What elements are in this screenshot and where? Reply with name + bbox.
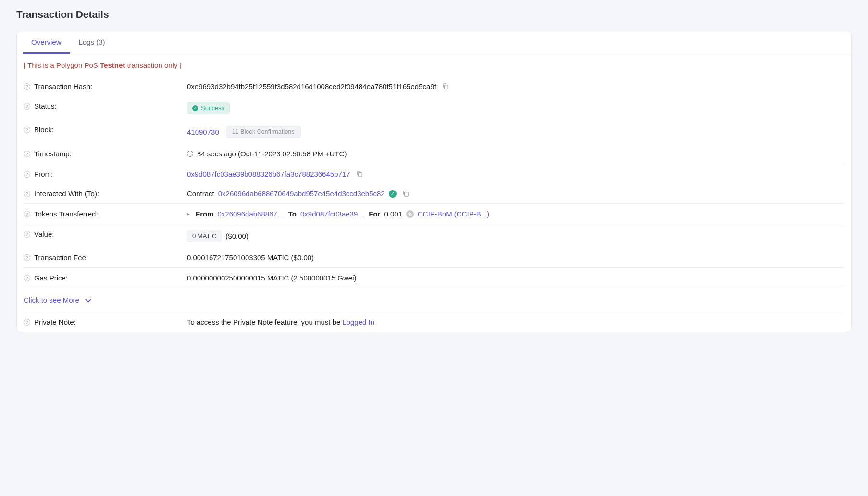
testnet-notice: [ This is a Polygon PoS Testnet transact… — [17, 54, 851, 76]
block-link[interactable]: 41090730 — [187, 128, 219, 136]
svg-rect-2 — [404, 192, 408, 196]
token-icon — [406, 210, 414, 218]
help-icon[interactable]: ? — [24, 83, 30, 90]
row-to: ? Interacted With (To): Contract 0x26096… — [17, 184, 851, 203]
svg-rect-0 — [445, 85, 448, 89]
label-tokens: Tokens Transferred: — [34, 210, 98, 218]
transfer-for-label: For — [369, 210, 380, 218]
private-note-text: To access the Private Note feature, you … — [187, 318, 340, 326]
to-address-link[interactable]: 0x26096dab688670649abd957e45e4d3ccd3eb5c… — [218, 190, 385, 198]
label-to: Interacted With (To): — [34, 190, 99, 198]
row-tokens: ? Tokens Transferred: ▸ From 0x26096dab6… — [17, 204, 851, 224]
page-title: Transaction Details — [16, 9, 852, 20]
help-icon[interactable]: ? — [24, 275, 30, 281]
fee-text: 0.000167217501003305 MATIC ($0.00) — [187, 254, 314, 262]
status-text: Success — [201, 104, 224, 112]
help-icon[interactable]: ? — [24, 211, 30, 217]
copy-icon[interactable] — [442, 83, 449, 90]
transfer-to-link[interactable]: 0x9d087fc03ae39… — [300, 210, 365, 218]
label-status: Status: — [34, 102, 57, 110]
status-badge: ✓ Success — [187, 102, 230, 114]
transfer-from-label: From — [196, 210, 214, 218]
label-block: Block: — [34, 126, 54, 134]
row-from: ? From: 0x9d087fc03ae39b088326b67fa3c788… — [17, 164, 851, 184]
timestamp-text: 34 secs ago (Oct-11-2023 02:50:58 PM +UT… — [197, 150, 347, 158]
row-fee: ? Transaction Fee: 0.000167217501003305 … — [17, 248, 851, 267]
see-more-button[interactable]: Click to see More — [17, 288, 851, 312]
row-private-note: ? Private Note: To access the Private No… — [17, 312, 851, 332]
label-hash: Transaction Hash: — [34, 82, 92, 90]
copy-icon[interactable] — [402, 190, 409, 197]
from-address-link[interactable]: 0x9d087fc03ae39b088326b67fa3c788236645b7… — [187, 170, 350, 178]
label-from: From: — [34, 170, 53, 178]
chevron-down-icon — [85, 296, 91, 303]
tab-overview[interactable]: Overview — [23, 31, 70, 54]
notice-prefix: [ This is a Polygon PoS — [24, 61, 100, 69]
notice-bold: Testnet — [100, 61, 125, 69]
notice-suffix: transaction only ] — [125, 61, 182, 69]
tabs: Overview Logs (3) — [17, 31, 851, 54]
svg-rect-1 — [358, 173, 362, 177]
tab-logs[interactable]: Logs (3) — [70, 31, 114, 54]
label-fee: Transaction Fee: — [34, 254, 88, 262]
label-gas: Gas Price: — [34, 274, 68, 282]
gas-text: 0.000000002500000015 MATIC (2.500000015 … — [187, 274, 356, 282]
help-icon[interactable]: ? — [24, 254, 30, 261]
confirmations-badge: 11 Block Confirmations — [226, 126, 301, 138]
copy-icon[interactable] — [356, 170, 363, 178]
row-hash: ? Transaction Hash: 0xe9693d32b94fb25f12… — [17, 76, 851, 96]
label-value: Value: — [34, 230, 54, 238]
label-private-note: Private Note: — [34, 318, 76, 326]
help-icon[interactable]: ? — [24, 103, 30, 110]
logged-in-link[interactable]: Logged In — [342, 318, 374, 326]
caret-right-icon: ▸ — [187, 211, 190, 217]
help-icon[interactable]: ? — [24, 151, 30, 157]
label-timestamp: Timestamp: — [34, 150, 72, 158]
clock-icon — [187, 151, 193, 157]
to-prefix: Contract — [187, 190, 214, 198]
token-link[interactable]: CCIP-BnM (CCIP-B...) — [418, 210, 489, 218]
check-circle-icon: ✓ — [192, 105, 198, 111]
help-icon[interactable]: ? — [24, 127, 30, 133]
help-icon[interactable]: ? — [24, 191, 30, 197]
row-value: ? Value: 0 MATIC ($0.00) — [17, 224, 851, 248]
help-icon[interactable]: ? — [24, 319, 30, 326]
help-icon[interactable]: ? — [24, 231, 30, 238]
row-block: ? Block: 41090730 11 Block Confirmations — [17, 120, 851, 144]
verified-check-icon: ✓ — [389, 190, 397, 198]
row-timestamp: ? Timestamp: 34 secs ago (Oct-11-2023 02… — [17, 144, 851, 164]
transfer-to-label: To — [288, 210, 297, 218]
value-badge: 0 MATIC — [187, 230, 222, 242]
details-card: Overview Logs (3) [ This is a Polygon Po… — [16, 31, 852, 332]
row-gas: ? Gas Price: 0.000000002500000015 MATIC … — [17, 268, 851, 288]
help-icon[interactable]: ? — [24, 171, 30, 178]
transfer-from-link[interactable]: 0x26096dab68867… — [218, 210, 285, 218]
transfer-amount: 0.001 — [384, 210, 402, 218]
row-status: ? Status: ✓ Success — [17, 96, 851, 120]
tx-hash: 0xe9693d32b94fb25f12559f3d582d16d1008ced… — [187, 82, 436, 90]
see-more-label: Click to see More — [24, 296, 79, 304]
value-usd: ($0.00) — [225, 232, 248, 240]
